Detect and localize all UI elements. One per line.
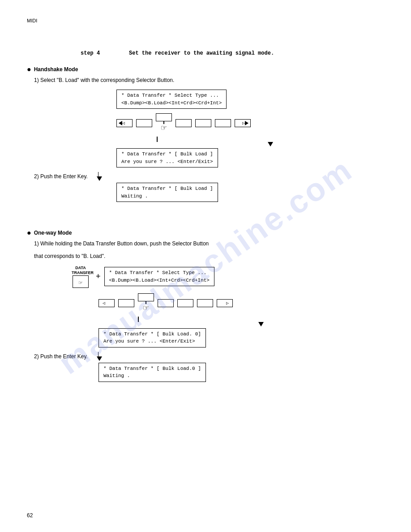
data-transfer-button[interactable]: ☞ [73, 275, 89, 288]
oneway-sel-btn-2-active[interactable] [138, 293, 154, 301]
handshake-screen2: * Data Transfer * [ Bulk Load ] Are you … [116, 148, 218, 167]
handshake-buttons-row: ◁ ☞ ▷ [116, 113, 384, 133]
oneway-screen2-container: * Data Transfer * [ Bulk Load. 0] Are yo… [98, 328, 384, 348]
handshake-screen3-line1: * Data Transfer * [ Bulk Load ] [121, 185, 213, 193]
handshake-screen2-line2: Are you sure ? ... <Enter/Exit> [121, 158, 213, 166]
data-transfer-group: DATATRANSFER ☞ [72, 266, 90, 288]
oneway-sel-btn-left[interactable]: ◁ [98, 299, 115, 307]
oneway-step1b: that corresponds to "B. Load". [34, 253, 384, 259]
oneway-step2: 2) Push the Enter Key. [34, 353, 88, 360]
handshake-screen3-container: * Data Transfer * [ Bulk Load ] Waiting … [116, 183, 384, 202]
handshake-screen3: * Data Transfer * [ Bulk Load ] Waiting … [116, 183, 218, 202]
hand-pointer-icon: ☞ [161, 124, 167, 133]
section-spacer [27, 211, 384, 229]
oneway-arrow-down-1 [138, 317, 384, 326]
arrow-down-2-container [97, 172, 102, 181]
oneway-step2-row: 2) Push the Enter Key. [34, 352, 384, 361]
sel-btn-1[interactable] [136, 119, 152, 127]
oneway-screen1-line1: * Data Transfer * Select Type ... [109, 269, 210, 277]
bullet1: ● [27, 65, 31, 73]
oneway-screen1-line2: <B.Dump><B.Load><Int+Crd><Crd+Int> [109, 277, 210, 284]
oneway-screen3-line1: * Data Transfer * [ Bulk Load.0 ] [103, 365, 201, 373]
oneway-screen2: * Data Transfer * [ Bulk Load. 0] Are yo… [98, 328, 206, 348]
oneway-title: ● One-way Mode [27, 229, 384, 237]
step4-label: step 4 [81, 50, 100, 56]
oneway-sel-btn-3[interactable] [158, 299, 174, 307]
oneway-section: ● One-way Mode 1) While holding the Data… [27, 229, 384, 382]
header-label: MIDI [27, 18, 384, 23]
oneway-screen3: * Data Transfer * [ Bulk Load.0 ] Waitin… [98, 363, 206, 382]
handshake-step2-row: 2) Push the Enter Key. [34, 172, 384, 181]
handshake-title: ● Handshake Mode [27, 65, 384, 73]
plus-sign: + [96, 272, 101, 281]
handshake-step2: 2) Push the Enter Key. [34, 173, 88, 180]
handshake-step1: 1) Select "B. Load" with the correspondi… [34, 77, 384, 83]
handshake-screen2-line1: * Data Transfer * [ Bulk Load ] [121, 150, 213, 158]
step4-line: step 4 Set the receiver to the awaiting … [81, 50, 384, 56]
oneway-arrow-down-2-container [97, 352, 102, 361]
oneway-hand-pointer-icon: ☞ [143, 304, 149, 313]
oneway-hand-with-arrow: ☞ [138, 293, 154, 313]
sel-btn-3[interactable] [176, 119, 192, 127]
sel-btn-right-arrow[interactable]: ▷ [235, 119, 251, 127]
handshake-screen1-line1: * Data Transfer * Select Type ... [121, 92, 222, 99]
handshake-screen3-line2: Waiting . [121, 193, 213, 200]
sel-btn-left-arrow[interactable]: ◁ [116, 119, 133, 127]
oneway-top-row: DATATRANSFER ☞ + * Data Transfer * Selec… [72, 266, 384, 288]
page-number: 62 [27, 512, 33, 519]
oneway-screen3-container: * Data Transfer * [ Bulk Load.0 ] Waitin… [98, 363, 384, 382]
oneway-screen1: * Data Transfer * Select Type ... <B.Dum… [104, 267, 214, 286]
oneway-screen2-line1: * Data Transfer * [ Bulk Load. 0] [103, 330, 201, 338]
page: manualmachine.com MIDI step 4 Set the re… [0, 0, 411, 532]
oneway-screen3-line2: Waiting . [103, 372, 201, 380]
hand-with-arrow: ☞ [156, 113, 172, 133]
handshake-screen2-container: * Data Transfer * [ Bulk Load ] Are you … [116, 148, 384, 167]
oneway-sel-btn-4[interactable] [177, 299, 193, 307]
arrow-down-1 [157, 137, 384, 146]
oneway-screen2-line2: Are you sure ? ... <Enter/Exit> [103, 338, 201, 345]
sel-btn-2-active[interactable] [156, 113, 172, 121]
handshake-screen1-container: * Data Transfer * Select Type ... <B.Dum… [116, 90, 384, 109]
bullet2: ● [27, 229, 31, 237]
handshake-section: ● Handshake Mode 1) Select "B. Load" wit… [27, 65, 384, 202]
sel-btn-5[interactable] [215, 119, 231, 127]
handshake-screen1-line2: <B.Dump><B.Load><Int+Crd><Crd+Int> [121, 99, 222, 107]
data-transfer-label: DATATRANSFER [72, 266, 90, 275]
sel-btn-4[interactable] [195, 119, 211, 127]
oneway-step1a: 1) While holding the Data Transfer Butto… [34, 240, 384, 247]
oneway-sel-btn-1[interactable] [118, 299, 134, 307]
oneway-sel-btn-5[interactable] [197, 299, 213, 307]
oneway-sel-btn-right[interactable]: ▷ [217, 299, 233, 307]
step4-instruction: Set the receiver to the awaiting signal … [129, 50, 274, 56]
oneway-buttons-row: ◁ ☞ ▷ [98, 293, 384, 313]
handshake-screen1: * Data Transfer * Select Type ... <B.Dum… [116, 90, 227, 109]
